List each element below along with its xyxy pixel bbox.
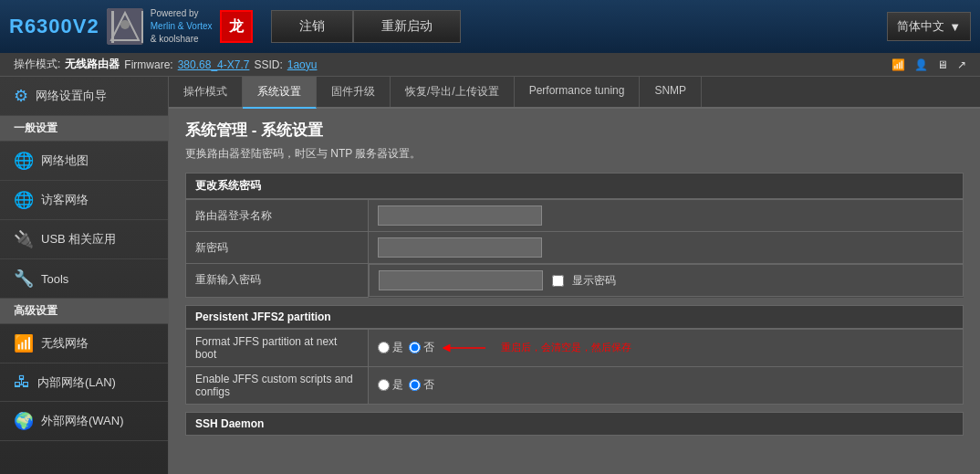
header: R6300V2 Powered by Merlin & Vortex & koo… xyxy=(0,0,980,53)
format-jffs-yes-radio[interactable] xyxy=(378,342,390,353)
share-icon: ↗ xyxy=(957,58,966,71)
brand-badge: 龙 xyxy=(220,10,253,43)
annotation-arrow xyxy=(442,339,487,357)
svg-rect-0 xyxy=(107,8,143,45)
enable-jffs-no-label: 否 xyxy=(409,377,434,393)
sidebar-item-guest-network[interactable]: 🌐 访客网络 xyxy=(0,181,168,220)
enable-jffs-yes-radio[interactable] xyxy=(378,379,390,391)
tab-snmp[interactable]: SNMP xyxy=(640,77,702,107)
ssid-link[interactable]: 1aoyu xyxy=(287,58,318,71)
sidebar-item-label: 无线网络 xyxy=(41,335,89,352)
screen-icon: 🖥 xyxy=(937,58,948,71)
password-section-header: 更改系统密码 xyxy=(185,173,964,199)
lan-icon: 🖧 xyxy=(14,373,30,392)
powered-text: Powered by Merlin & Vortex & koolshare xyxy=(151,7,213,46)
firmware-label: Firmware: xyxy=(124,58,172,71)
field-label: Format JFFS partition at next boot xyxy=(186,329,369,366)
show-password-label: 显示密码 xyxy=(552,273,616,289)
logo-text: R6300V2 xyxy=(9,15,99,38)
wan-icon: 🌍 xyxy=(14,411,34,431)
field-label: 重新输入密码 xyxy=(186,264,369,298)
page-content: 系统管理 - 系统设置 更换路由器登陆密码，时区与 NTP 服务器设置。 更改系… xyxy=(169,109,980,474)
user-icon: 👤 xyxy=(914,58,928,71)
field-value: 是 否 xyxy=(369,366,964,404)
sidebar-item-label: 内部网络(LAN) xyxy=(37,374,116,391)
status-icons: 📶 👤 🖥 ↗ xyxy=(891,58,966,71)
chevron-down-icon: ▼ xyxy=(949,20,961,34)
sidebar-item-wan[interactable]: 🌍 外部网络(WAN) xyxy=(0,402,168,441)
table-row: 新密码 xyxy=(186,232,964,264)
password-form-table: 路由器登录名称 新密码 重新输入密码 xyxy=(185,199,964,298)
no-text: 否 xyxy=(423,377,434,393)
sidebar-item-label: 访客网络 xyxy=(41,192,89,208)
sidebar-item-label: 网络设置向导 xyxy=(36,88,107,104)
sidebar-item-label: 外部网络(WAN) xyxy=(41,413,124,429)
logout-button[interactable]: 注销 xyxy=(271,10,353,43)
sidebar-item-label: 网络地图 xyxy=(41,153,89,169)
new-password-input[interactable] xyxy=(378,237,542,258)
no-text: 否 xyxy=(423,340,434,355)
field-value: 是 否 xyxy=(369,329,964,366)
logo-box: R6300V2 Powered by Merlin & Vortex & koo… xyxy=(9,7,253,46)
restart-button[interactable]: 重新启动 xyxy=(353,10,461,43)
sidebar-item-label: Tools xyxy=(41,272,68,286)
sidebar-section-advanced: 高级设置 xyxy=(0,299,168,324)
tab-firmware-upgrade[interactable]: 固件升级 xyxy=(317,77,391,107)
main-layout: ⚙ 网络设置向导 一般设置 🌐 网络地图 🌐 访客网络 🔌 USB 相关应用 🔧… xyxy=(0,77,980,474)
tab-operation-mode[interactable]: 操作模式 xyxy=(169,77,243,107)
wireless-icon: 📶 xyxy=(14,333,34,353)
sidebar-item-tools[interactable]: 🔧 Tools xyxy=(0,259,168,299)
sidebar-item-wireless[interactable]: 📶 无线网络 xyxy=(0,324,168,363)
show-password-checkbox[interactable] xyxy=(552,275,564,287)
status-bar: 操作模式: 无线路由器 Firmware: 380.68_4-X7.7 SSID… xyxy=(0,53,980,77)
show-password-text: 显示密码 xyxy=(572,273,616,289)
annotation-group: 重启后，会清空是，然后保存 xyxy=(442,339,631,357)
confirm-password-input[interactable] xyxy=(379,270,543,290)
svg-marker-1 xyxy=(111,13,139,40)
tab-performance-tuning[interactable]: Performance tuning xyxy=(515,77,641,107)
globe-icon: 🌐 xyxy=(14,151,34,171)
sidebar-item-lan[interactable]: 🖧 内部网络(LAN) xyxy=(0,363,168,402)
language-label: 简体中文 xyxy=(897,18,944,35)
jffs-section-header: Persistent JFFS2 partition xyxy=(185,305,964,329)
page-title: 系统管理 - 系统设置 xyxy=(185,120,964,141)
enable-jffs-yes-label: 是 xyxy=(378,377,403,393)
format-jffs-no-label: 否 xyxy=(409,340,434,355)
format-jffs-no-radio[interactable] xyxy=(409,342,421,353)
globe2-icon: 🌐 xyxy=(14,190,34,210)
field-label: 路由器登录名称 xyxy=(186,200,369,232)
table-row: Format JFFS partition at next boot 是 xyxy=(186,329,964,366)
table-row: 重新输入密码 显示密码 xyxy=(186,264,964,298)
wrench-icon: 🔧 xyxy=(14,269,34,289)
svg-point-2 xyxy=(120,20,130,29)
mode-label: 操作模式: xyxy=(14,57,60,72)
mode-value: 无线路由器 xyxy=(65,57,120,72)
enable-jffs-no-radio[interactable] xyxy=(409,379,421,391)
router-login-name-input[interactable] xyxy=(378,205,542,226)
content-area: 操作模式 系统设置 固件升级 恢复/导出/上传设置 Performance tu… xyxy=(169,77,980,474)
firmware-link[interactable]: 380.68_4-X7.7 xyxy=(178,58,250,71)
annotation-text: 重启后，会清空是，然后保存 xyxy=(501,341,631,354)
sidebar-item-network-wizard[interactable]: ⚙ 网络设置向导 xyxy=(0,77,168,116)
ssh-section-header: SSH Daemon xyxy=(185,412,964,436)
field-value: 显示密码 xyxy=(369,264,964,297)
ssid-label: SSID: xyxy=(254,58,282,71)
sidebar-item-usb[interactable]: 🔌 USB 相关应用 xyxy=(0,220,168,259)
sidebar-item-network-map[interactable]: 🌐 网络地图 xyxy=(0,142,168,181)
page-description: 更换路由器登陆密码，时区与 NTP 服务器设置。 xyxy=(185,146,964,162)
sidebar-item-label: USB 相关应用 xyxy=(41,231,116,248)
tab-restore-export[interactable]: 恢复/导出/上传设置 xyxy=(391,77,515,107)
wifi-icon: 📶 xyxy=(891,58,905,71)
tab-system-settings[interactable]: 系统设置 xyxy=(243,77,317,109)
usb-icon: 🔌 xyxy=(14,229,34,249)
sidebar-section-general: 一般设置 xyxy=(0,116,168,142)
language-selector[interactable]: 简体中文 ▼ xyxy=(887,12,971,41)
format-jffs-yes-label: 是 xyxy=(378,340,403,355)
field-value xyxy=(369,200,964,232)
yes-text: 是 xyxy=(392,340,403,355)
field-label: Enable JFFS custom scripts and configs xyxy=(186,366,369,404)
sidebar: ⚙ 网络设置向导 一般设置 🌐 网络地图 🌐 访客网络 🔌 USB 相关应用 🔧… xyxy=(0,77,169,474)
table-row: 路由器登录名称 xyxy=(186,200,964,232)
table-row: Enable JFFS custom scripts and configs 是… xyxy=(186,366,964,404)
jffs-form-table: Format JFFS partition at next boot 是 xyxy=(185,329,964,405)
